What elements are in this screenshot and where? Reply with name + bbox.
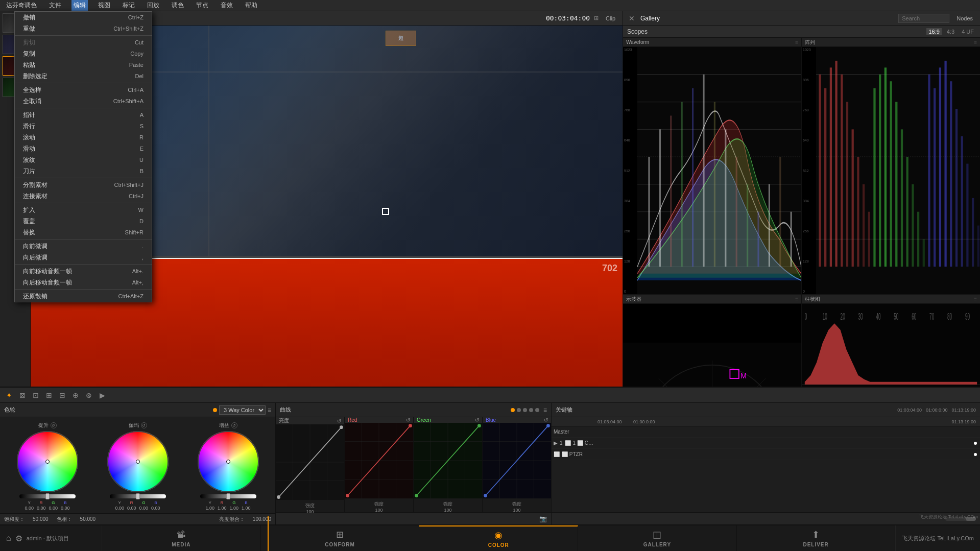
gain-slider-thumb[interactable] (226, 493, 230, 499)
gain-color-wheel[interactable] (198, 431, 259, 492)
lift-reset-button[interactable]: ↺ (51, 422, 57, 428)
tool-mask-icon[interactable]: ⊡ (31, 390, 41, 400)
tool-crop-icon[interactable]: ⊠ (17, 390, 28, 400)
menu-nodes[interactable]: 节点 (194, 0, 210, 11)
ctx-replace[interactable]: 替换 Shift+R (15, 227, 152, 238)
ctx-link-clip[interactable]: 连接素材 Ctrl+J (15, 190, 152, 202)
ctx-roll[interactable]: 滚动 R (15, 132, 152, 143)
nav-color[interactable]: ◉ COLOR (419, 525, 578, 551)
luma-curve-reset[interactable]: ↺ (337, 418, 341, 424)
nodes-button[interactable]: Nodes (953, 14, 976, 22)
user-label: admin · 默认项目 (27, 535, 69, 542)
watermark-text: 飞天资源论坛 TeLiLaLy.COm (902, 535, 974, 542)
color-mode-select[interactable]: 3 Way Color (219, 405, 266, 415)
svg-rect-36 (868, 212, 870, 267)
ctx-slip[interactable]: 滑动 E (15, 143, 152, 154)
scope-ratio-169[interactable]: 16:9 (926, 28, 941, 35)
cws-menu-icon[interactable]: ≡ (268, 406, 271, 414)
menu-playback[interactable]: 回放 (145, 0, 161, 11)
nav-gallery[interactable]: ◫ GALLERY (578, 525, 737, 551)
green-curve-canvas[interactable] (414, 423, 482, 498)
scope-waveform-menu[interactable]: ≡ (795, 39, 798, 45)
ctx-audio-bwd[interactable]: 向后移动音频一帧 Alt+, (15, 277, 152, 288)
ctx-undo-history[interactable]: 还原散销 Ctrl+Alt+Z (15, 291, 152, 302)
red-curve-reset[interactable]: ↺ (406, 417, 410, 423)
svg-rect-30 (835, 61, 837, 267)
tool-3d-icon[interactable]: ⊗ (84, 390, 94, 400)
menu-edit[interactable]: 编辑 (71, 0, 88, 11)
tool-tracker-icon[interactable]: ⊞ (44, 390, 54, 400)
scope-zoom[interactable]: 4 UF (960, 28, 976, 35)
color-mode-indicator (213, 408, 217, 412)
gallery-close-button[interactable]: ✕ (627, 14, 636, 23)
gallery-search-input[interactable] (898, 14, 949, 23)
ctx-overwrite[interactable]: 覆盖 D (15, 215, 152, 227)
menu-help[interactable]: 帮助 (243, 0, 259, 11)
gain-wheel-label: 增益 ↺ (219, 422, 237, 429)
clip-btn[interactable]: Clip (603, 14, 618, 22)
gain-wheel-dot (226, 460, 230, 464)
nav-media[interactable]: 📽 MEDIA (102, 525, 261, 551)
green-intensity-label: 强度 100 (414, 500, 482, 513)
ctx-audio-fwd[interactable]: 向前移动音频一帧 Alt+. (15, 266, 152, 277)
menu-marker[interactable]: 标记 (121, 0, 137, 11)
gamma-slider[interactable] (110, 494, 166, 498)
kf-title: 关键轴 (556, 406, 572, 414)
curves-dot3 (529, 408, 533, 412)
ctx-select-all[interactable]: 全选样 Ctrl+A (15, 84, 152, 95)
ctx-copy[interactable]: 复制 Copy (15, 48, 152, 59)
gain-reset-button[interactable]: ↺ (231, 422, 237, 428)
lift-slider-thumb[interactable] (45, 493, 50, 499)
blue-curve-reset[interactable]: ↺ (544, 417, 548, 423)
ctx-insert[interactable]: 扩入 W (15, 204, 152, 215)
gain-slider[interactable] (200, 494, 256, 498)
tool-motion-icon[interactable]: ▶ (97, 390, 107, 400)
ctx-slide[interactable]: 滑行 S (15, 121, 152, 132)
menu-file[interactable]: 文件 (47, 0, 63, 11)
ctx-split-clip[interactable]: 分割素材 Ctrl+Shift+J (15, 179, 152, 190)
lift-slider[interactable] (19, 494, 76, 498)
blue-curve-canvas[interactable] (483, 423, 551, 498)
ctx-nudge-fwd[interactable]: 向前微调 . (15, 241, 152, 252)
ctx-divider-5 (15, 203, 152, 203)
lift-color-wheel[interactable] (17, 431, 78, 492)
red-curve-canvas[interactable] (345, 423, 413, 498)
scope-ratio-43[interactable]: 4:3 (945, 28, 957, 35)
nav-conform[interactable]: ⊞ CONFORM (261, 525, 420, 551)
ctx-deselect-all[interactable]: 全取消 Ctrl+Shift+A (15, 95, 152, 107)
color-wheels-section: 色轮 3 Way Color ≡ 提升 ↺ (0, 403, 276, 524)
ctx-blade[interactable]: 刀片 B (15, 165, 152, 177)
bottom-nav: ⌂ ⚙ admin · 默认项目 📽 MEDIA ⊞ CONFORM ◉ COL… (0, 524, 980, 551)
gain-wheel-container: 增益 ↺ Y (183, 422, 273, 511)
gamma-reset-button[interactable]: ↺ (141, 422, 147, 428)
tool-blur-icon[interactable]: ⊟ (57, 390, 67, 400)
scope-histogram-menu[interactable]: ≡ (974, 296, 977, 302)
luma-curve-canvas[interactable] (276, 424, 344, 500)
ctx-nudge-bwd[interactable]: 向后微调 , (15, 252, 152, 263)
green-curve-reset[interactable]: ↺ (475, 417, 479, 423)
ctx-arrow[interactable]: 指针 A (15, 109, 152, 121)
camera-icon[interactable]: 📷 (539, 515, 547, 522)
settings-icon[interactable]: ⚙ (15, 534, 22, 543)
menu-color[interactable]: 调色 (170, 0, 186, 11)
scope-parade-menu[interactable]: ≡ (974, 39, 977, 45)
menu-davinci[interactable]: 达芬奇调色 (4, 0, 39, 11)
menu-view[interactable]: 视图 (96, 0, 112, 11)
ctx-ripple[interactable]: 波纹 U (15, 154, 152, 165)
tool-key-icon[interactable]: ⊕ (70, 390, 81, 400)
ctx-delete[interactable]: 删除选定 Del (15, 70, 152, 82)
ctx-paste[interactable]: 粘贴 Paste (15, 59, 152, 70)
kf-master-label: Master (554, 429, 594, 435)
home-icon[interactable]: ⌂ (6, 534, 11, 543)
ctx-divider-1 (15, 35, 152, 36)
nav-deliver[interactable]: ⬆ DELIVER (737, 525, 896, 551)
gain-b-val: B 1.00 (242, 500, 251, 511)
menu-audio[interactable]: 音效 (219, 0, 235, 11)
ctx-undo[interactable]: 撤销 Ctrl+Z (15, 12, 152, 23)
tool-pointer-icon[interactable]: ✦ (4, 390, 14, 400)
gamma-slider-thumb[interactable] (136, 493, 140, 499)
curves-menu-icon[interactable]: ≡ (543, 406, 547, 414)
gamma-color-wheel[interactable] (107, 431, 169, 492)
scope-vectorscope-menu[interactable]: ≡ (795, 296, 798, 302)
ctx-redo[interactable]: 重做 Ctrl+Shift+Z (15, 23, 152, 34)
